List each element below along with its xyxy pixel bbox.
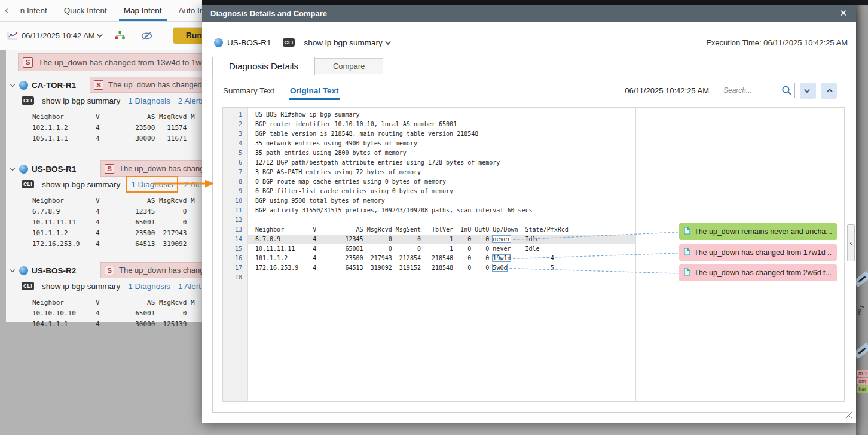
cli-chip: CLI [283,38,295,47]
code-line: 12/12 BGP path/bestpath attribute entrie… [248,158,635,168]
severity-badge: S [23,57,33,68]
severity-badge: S [94,80,103,90]
execution-time-selector[interactable]: 06/11/2025 10:42 AM [7,31,103,40]
router-device-icon [19,266,28,275]
alerts-link[interactable]: 1 Alert [178,282,201,291]
hide-eye-icon[interactable] [140,31,153,41]
chevron-up-icon [827,88,833,94]
diagnosis-highlight-box: 1 Diagnosis [126,176,178,193]
diagnosis-details-dialog: Diagnosis Details and Compare ✕ US-BOS-R… [202,5,856,423]
dialog-device-row: US-BOS-R1 CLI show ip bgp summary Execut… [214,36,848,49]
previous-match-button[interactable] [821,83,837,99]
device-name: US-BOS-R1 [227,38,271,47]
chevron-down-icon [804,87,810,93]
device-tree-icon[interactable] [115,31,125,41]
selected-datetime: 06/11/2025 10:42 AM [22,31,95,40]
line-number: 9 [223,187,247,196]
alerts-link[interactable]: 2 Alerts [178,96,205,105]
command-selector[interactable]: show ip bgp summary [304,38,382,47]
line-number: 7 [223,168,247,177]
cli-chip: CLI [22,180,34,188]
search-icon[interactable] [781,85,792,98]
code-line: 6.7.8.9 4 12345 0 0 1 0 0 never Idle [248,235,635,244]
tab-diagnosis-details[interactable]: Diagnosis Details [212,57,315,75]
line-number: 11 [223,206,247,215]
cli-output-text[interactable]: US-BOS-R1#show ip bgp summaryBGP router … [248,108,636,401]
command-text: show ip bgp summary [42,180,120,189]
view-mode-row: Summary Text Original Text 06/11/2025 10… [213,74,849,107]
device-name: US-BOS-R1 [32,165,76,174]
code-line: BGP table version is 218548, main routin… [248,129,635,139]
code-line: 10.11.11.11 4 65001 0 0 1 0 0 never Idle [248,244,635,254]
line-number: 10 [223,196,247,206]
diagnosis-link[interactable]: 1 Diagnosis [128,96,170,105]
close-icon[interactable]: ✕ [836,8,850,19]
tab-compare[interactable]: Compare [315,58,383,74]
chevron-down-icon[interactable] [385,39,391,45]
collapse-chevron-icon[interactable] [10,166,15,171]
tab-quick-intent[interactable]: Quick Intent [56,0,115,21]
map-background-sliver: u0 1 m 1 om har [856,5,868,435]
line-number: 13 [223,225,247,235]
device-name: US-BOS-R2 [32,266,76,275]
cli-chip: CLI [22,282,34,290]
severity-badge: S [105,164,114,174]
line-number: 18 [223,273,247,282]
diagnosis-link[interactable]: 1 Diagnosis [131,180,173,189]
highlighted-token[interactable]: 5w0d [493,264,507,271]
map-link-fragment [856,271,868,287]
diagnosis-callout[interactable]: The up_down has changed from 17w1d ... [679,244,837,261]
map-label-fragment: u0 1 [856,304,865,316]
next-match-button[interactable] [800,83,816,99]
diagnosis-link[interactable]: 1 Diagnosis [128,282,170,291]
code-line: BGP using 9500 total bytes of memory [248,196,635,206]
code-line: US-BOS-R1#show ip bgp summary [248,110,635,120]
line-number: 1 [223,110,247,120]
line-number: 12 [223,215,247,225]
line-chart-icon [7,31,18,40]
note-icon [684,247,690,258]
chevron-down-icon [97,32,103,38]
code-line: 172.16.253.9 4 64513 319092 319152 21854… [248,263,635,273]
collapse-panel-handle[interactable]: ‹ [847,224,855,261]
execution-time-label: Execution Time: 06/11/2025 10:42:25 AM [706,38,848,47]
collapse-chevron-icon[interactable] [10,267,15,272]
diagnosis-details-content: Summary Text Original Text 06/11/2025 10… [212,74,849,413]
line-number: 3 [223,129,247,139]
map-alert-chip: har [857,385,868,393]
line-number: 6 [223,158,247,168]
window-top-strip [202,0,868,5]
app-stage: ‹ n Intent Quick Intent Map Intent Auto … [0,0,868,435]
collapse-chevron-icon[interactable] [10,82,15,87]
diagnosis-callout[interactable]: The up_down has changed from 2w6d t... [679,264,837,281]
tab-intent-truncated[interactable]: n Intent [12,0,56,21]
capture-timestamp: 06/11/2025 10:42:25 AM [625,86,709,95]
resize-grip-icon[interactable] [846,410,852,421]
highlighted-token[interactable]: never [493,236,511,242]
subtab-summary-text[interactable]: Summary Text [222,83,276,99]
tab-scroll-left-icon[interactable]: ‹ [4,4,12,17]
dialog-titlebar[interactable]: Diagnosis Details and Compare ✕ [202,5,856,22]
code-line [248,215,635,225]
code-line: 0 BGP filter-list cache entries using 0 … [248,187,635,196]
line-number: 5 [223,148,247,158]
code-line: BGP activity 31550/31515 prefixes, 10924… [248,206,635,215]
command-text: show ip bgp summary [42,282,120,291]
diagnosis-callout[interactable]: The up_down remains never and uncha... [679,223,837,240]
command-text: show ip bgp summary [42,96,120,105]
code-line: 35 network entries using 4900 bytes of m… [248,139,635,148]
dialog-tab-bar: Diagnosis Details Compare [212,56,383,74]
search-box [719,83,795,98]
diagnosis-annotation-pane: The up_down remains never and uncha... T… [636,108,844,401]
subtab-original-text[interactable]: Original Text [289,83,340,99]
code-line: 101.1.1.2 4 23500 217943 212854 218548 0… [248,254,635,263]
line-number: 14 [223,235,247,244]
highlighted-token[interactable]: 19w1d [493,255,511,261]
line-number-gutter: 123456789101112131415161718 [223,108,248,401]
line-number: 8 [223,177,247,187]
code-line: 35 path entries using 2800 bytes of memo… [248,148,635,158]
router-device-icon [19,81,28,90]
map-alert-chip: om [857,378,868,385]
note-icon [684,226,690,237]
tab-map-intent[interactable]: Map Intent [115,0,170,21]
